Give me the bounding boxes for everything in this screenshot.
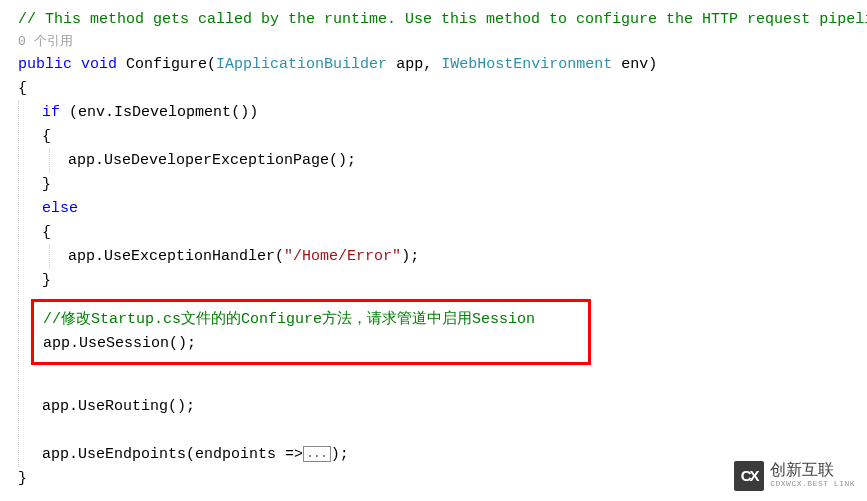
watermark-logo-icon: CX xyxy=(734,461,764,491)
watermark-text-group: 创新互联 CDXWCX.BEST LINK xyxy=(770,462,855,491)
watermark-subtitle: CDXWCX.BEST LINK xyxy=(770,478,855,491)
brace-open: { xyxy=(18,77,867,101)
else-keyword: else xyxy=(33,197,867,221)
if-statement: if (env.IsDevelopment()) xyxy=(33,101,867,125)
use-developer-exception: app.UseDeveloperExceptionPage(); xyxy=(50,149,867,173)
highlight-region: //修改Startup.cs文件的的Configure方法，请求管道中启用Ses… xyxy=(31,299,591,365)
watermark: CX 创新互联 CDXWCX.BEST LINK xyxy=(734,461,855,491)
blank-line xyxy=(33,371,867,395)
comment-line: // This method gets called by the runtim… xyxy=(18,8,867,32)
if-brace-open: { xyxy=(33,125,867,149)
codelens-references[interactable]: 0 个引用 xyxy=(18,32,867,53)
else-brace-open: { xyxy=(33,221,867,245)
method-body: if (env.IsDevelopment()) { app.UseDevelo… xyxy=(18,101,867,467)
use-routing-call: app.UseRouting(); xyxy=(33,395,867,419)
blank-line xyxy=(33,419,867,443)
comment-top: // This method gets called by the runtim… xyxy=(18,11,867,28)
highlight-comment: //修改Startup.cs文件的的Configure方法，请求管道中启用Ses… xyxy=(34,308,578,332)
watermark-title: 创新互联 xyxy=(770,462,855,478)
use-session-call: app.UseSession(); xyxy=(34,332,578,356)
collapsed-region[interactable]: ... xyxy=(303,446,331,462)
else-brace-close: } xyxy=(33,269,867,293)
else-body: app.UseExceptionHandler("/Home/Error"); xyxy=(49,245,867,269)
if-brace-close: } xyxy=(33,173,867,197)
code-block: // This method gets called by the runtim… xyxy=(18,8,867,491)
method-signature: public void Configure(IApplicationBuilde… xyxy=(18,53,867,77)
if-body: app.UseDeveloperExceptionPage(); xyxy=(49,149,867,173)
use-exception-handler: app.UseExceptionHandler("/Home/Error"); xyxy=(50,245,867,269)
